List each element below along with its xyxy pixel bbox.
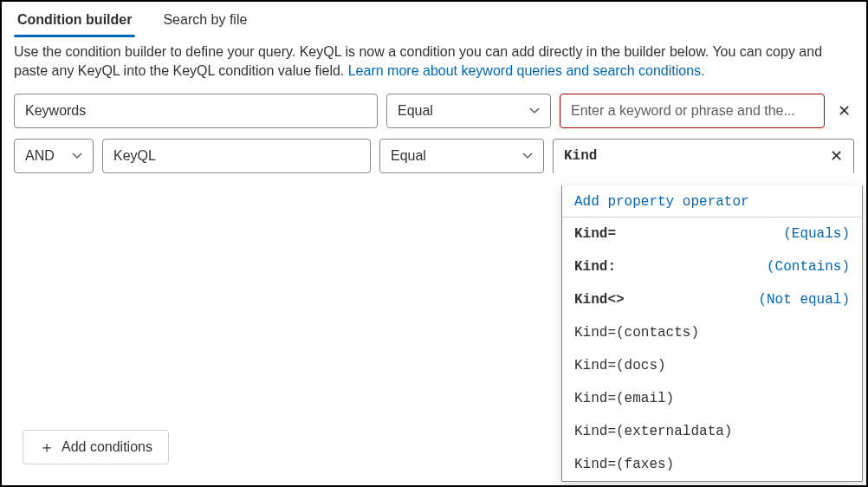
value-text: Kind=(docs) [574,358,666,373]
keyql-value-input[interactable]: Kind ✕ [553,139,854,173]
keyql-value-text: Kind [564,148,597,164]
dropdown-value-faxes[interactable]: Kind=(faxes) [562,448,862,481]
remove-row-2-button[interactable]: ✕ [826,146,846,166]
operator-label: Equal [398,103,433,119]
tab-condition-builder[interactable]: Condition builder [14,2,135,36]
remove-row-1-button[interactable]: ✕ [833,101,854,120]
value-placeholder: Enter a keyword or phrase and the... [571,103,795,119]
op-desc: (Equals) [783,226,850,242]
chevron-down-icon [529,106,540,116]
property-label: KeyQL [113,148,156,164]
condition-rows: Keywords Equal Enter a keyword or phrase… [2,94,866,173]
value-text: Kind=(email) [574,391,674,406]
condition-builder-panel: Condition builder Search by file Use the… [0,0,868,487]
op-desc: (Contains) [767,259,850,275]
value-input-1[interactable]: Enter a keyword or phrase and the... [560,94,825,128]
dropdown-op-notequal[interactable]: Kind<> (Not equal) [562,283,862,316]
dropdown-value-externaldata[interactable]: Kind=(externaldata) [562,415,862,448]
value-text: Kind=(contacts) [574,325,699,341]
plus-icon: ＋ [39,439,55,455]
chevron-down-icon [72,151,82,161]
dropdown-op-equals[interactable]: Kind= (Equals) [562,218,862,250]
logic-operator-label: AND [25,148,55,164]
keyql-autocomplete-dropdown: Add property operator Kind= (Equals) Kin… [561,185,863,482]
property-select-keyql[interactable]: KeyQL [102,139,371,173]
operator-select-1[interactable]: Equal [386,94,551,128]
op-key: Kind<> [574,292,625,308]
chevron-down-icon [522,151,533,161]
condition-row-1: Keywords Equal Enter a keyword or phrase… [14,94,854,128]
dropdown-value-contacts[interactable]: Kind=(contacts) [562,316,862,349]
property-select-keywords[interactable]: Keywords [14,94,378,128]
value-text: Kind=(externaldata) [574,424,732,439]
dropdown-value-email[interactable]: Kind=(email) [562,382,862,415]
property-label: Keywords [25,103,86,119]
dropdown-value-docs[interactable]: Kind=(docs) [562,349,862,382]
op-desc: (Not equal) [758,292,850,308]
learn-more-link[interactable]: Learn more about keyword queries and sea… [348,63,705,78]
condition-row-2: AND KeyQL Equal Kind ✕ [14,139,854,173]
op-key: Kind: [574,259,616,275]
dropdown-op-contains[interactable]: Kind: (Contains) [562,250,862,283]
operator-label: Equal [391,148,426,164]
tab-search-by-file[interactable]: Search by file [159,2,250,36]
dropdown-header: Add property operator [562,185,862,218]
description-text: Use the condition builder to define your… [2,37,866,94]
add-conditions-label: Add conditions [62,439,152,455]
tab-strip: Condition builder Search by file [2,2,866,37]
logic-operator-select[interactable]: AND [14,139,94,173]
operator-select-2[interactable]: Equal [379,139,544,173]
value-text: Kind=(faxes) [574,457,674,472]
op-key: Kind= [574,226,616,242]
add-conditions-button[interactable]: ＋ Add conditions [23,430,169,464]
